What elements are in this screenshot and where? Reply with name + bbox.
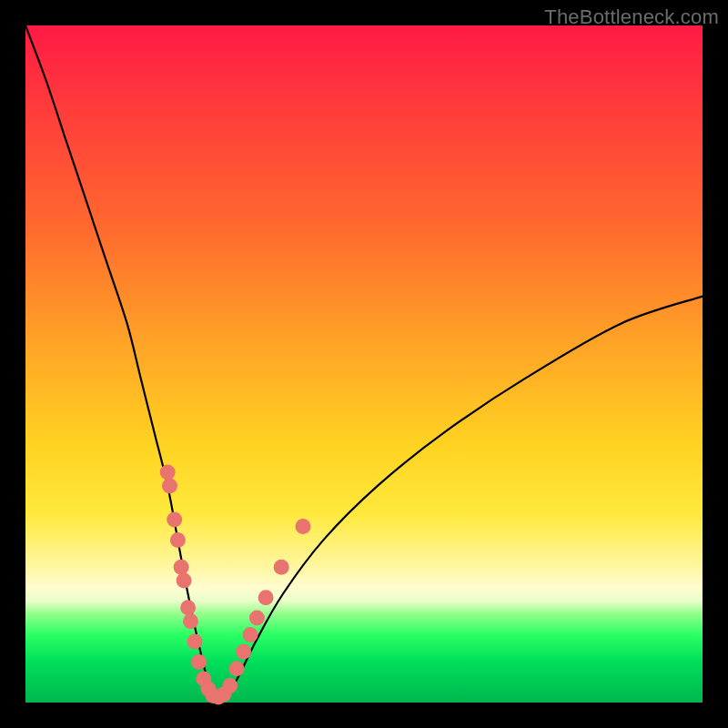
data-marker: [167, 512, 182, 528]
watermark-text: TheBottleneck.com: [544, 5, 719, 29]
data-marker: [162, 478, 177, 493]
data-marker: [229, 661, 245, 676]
bottleneck-curve: [25, 25, 703, 703]
chart-frame: TheBottleneck.com: [0, 0, 728, 728]
data-marker: [222, 678, 238, 693]
data-marker: [180, 600, 196, 615]
data-marker: [174, 560, 189, 575]
data-marker: [274, 560, 289, 575]
plot-area: [25, 25, 703, 703]
data-marker: [160, 465, 176, 480]
data-marker: [243, 627, 258, 642]
data-marker: [236, 644, 251, 660]
data-marker: [177, 573, 192, 589]
data-marker: [249, 611, 265, 626]
data-marker: [187, 634, 203, 650]
chart-svg: [25, 25, 703, 703]
data-marker: [170, 532, 186, 548]
data-marker: [258, 590, 274, 605]
data-marker: [191, 654, 207, 670]
data-marker: [183, 613, 198, 629]
data-marker: [296, 519, 311, 534]
